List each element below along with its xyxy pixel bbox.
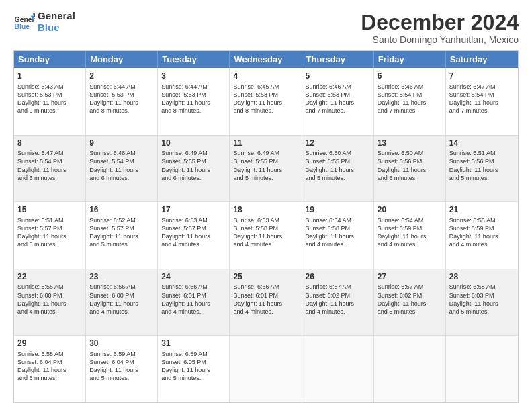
day-info: Sunrise: 6:57 AMSunset: 6:02 PMDaylight:…: [378, 283, 442, 316]
day-number: 4: [233, 71, 298, 82]
day-info: Sunrise: 6:49 AMSunset: 5:55 PMDaylight:…: [161, 149, 226, 182]
table-row: 5Sunrise: 6:46 AMSunset: 5:53 PMDaylight…: [302, 68, 374, 135]
day-info: Sunrise: 6:58 AMSunset: 6:04 PMDaylight:…: [17, 350, 82, 383]
day-info: Sunrise: 6:44 AMSunset: 5:53 PMDaylight:…: [89, 83, 154, 116]
table-row: 14Sunrise: 6:51 AMSunset: 5:56 PMDayligh…: [446, 136, 518, 202]
day-info: Sunrise: 6:55 AMSunset: 5:59 PMDaylight:…: [449, 216, 515, 249]
table-row: 28Sunrise: 6:58 AMSunset: 6:03 PMDayligh…: [446, 269, 518, 336]
table-row: 20Sunrise: 6:54 AMSunset: 5:59 PMDayligh…: [374, 202, 446, 269]
day-info: Sunrise: 6:52 AMSunset: 5:57 PMDaylight:…: [89, 216, 154, 249]
day-info: Sunrise: 6:55 AMSunset: 6:00 PMDaylight:…: [17, 283, 82, 316]
header-monday: Monday: [86, 51, 158, 68]
day-info: Sunrise: 6:56 AMSunset: 6:00 PMDaylight:…: [89, 283, 154, 316]
day-number: 31: [161, 338, 226, 349]
table-row: [446, 336, 518, 402]
calendar-row-3: 15Sunrise: 6:51 AMSunset: 5:57 PMDayligh…: [14, 201, 518, 269]
day-number: 1: [17, 71, 82, 82]
day-info: Sunrise: 6:48 AMSunset: 5:54 PMDaylight:…: [89, 149, 154, 182]
day-info: Sunrise: 6:47 AMSunset: 5:54 PMDaylight:…: [449, 83, 515, 116]
day-number: 28: [449, 272, 515, 283]
day-info: Sunrise: 6:53 AMSunset: 5:57 PMDaylight:…: [161, 216, 226, 249]
calendar-row-2: 8Sunrise: 6:47 AMSunset: 5:54 PMDaylight…: [14, 135, 518, 202]
table-row: 16Sunrise: 6:52 AMSunset: 5:57 PMDayligh…: [86, 202, 158, 269]
day-number: 14: [449, 138, 515, 149]
table-row: 13Sunrise: 6:50 AMSunset: 5:56 PMDayligh…: [374, 136, 446, 202]
header-saturday: Saturday: [446, 51, 518, 68]
day-info: Sunrise: 6:50 AMSunset: 5:56 PMDaylight:…: [378, 149, 442, 182]
day-number: 25: [233, 272, 298, 283]
day-number: 30: [89, 338, 154, 349]
svg-text:Blue: Blue: [15, 23, 30, 30]
day-number: 29: [17, 338, 82, 349]
day-number: 6: [378, 71, 442, 82]
day-info: Sunrise: 6:47 AMSunset: 5:54 PMDaylight:…: [17, 149, 82, 182]
header-sunday: Sunday: [14, 51, 86, 68]
day-number: 19: [306, 205, 370, 216]
day-number: 3: [161, 71, 226, 82]
day-number: 13: [378, 138, 442, 149]
day-info: Sunrise: 6:57 AMSunset: 6:02 PMDaylight:…: [306, 283, 370, 316]
day-info: Sunrise: 6:56 AMSunset: 6:01 PMDaylight:…: [161, 283, 226, 316]
calendar-body: 1Sunrise: 6:43 AMSunset: 5:53 PMDaylight…: [14, 68, 518, 402]
day-number: 20: [378, 205, 442, 216]
day-info: Sunrise: 6:50 AMSunset: 5:55 PMDaylight:…: [306, 149, 370, 182]
table-row: 8Sunrise: 6:47 AMSunset: 5:54 PMDaylight…: [14, 136, 86, 202]
logo-name: General Blue: [38, 11, 75, 33]
day-info: Sunrise: 6:51 AMSunset: 5:56 PMDaylight:…: [449, 149, 515, 182]
table-row: 25Sunrise: 6:56 AMSunset: 6:01 PMDayligh…: [230, 269, 302, 336]
day-number: 16: [89, 205, 154, 216]
table-row: 2Sunrise: 6:44 AMSunset: 5:53 PMDaylight…: [86, 68, 158, 135]
title-block: December 2024 Santo Domingo Yanhuitlan, …: [361, 11, 519, 45]
day-number: 2: [89, 71, 154, 82]
day-info: Sunrise: 6:44 AMSunset: 5:53 PMDaylight:…: [161, 83, 226, 116]
table-row: 19Sunrise: 6:54 AMSunset: 5:58 PMDayligh…: [302, 202, 374, 269]
subtitle: Santo Domingo Yanhuitlan, Mexico: [361, 34, 519, 45]
table-row: 18Sunrise: 6:53 AMSunset: 5:58 PMDayligh…: [230, 202, 302, 269]
day-number: 24: [161, 272, 226, 283]
day-info: Sunrise: 6:53 AMSunset: 5:58 PMDaylight:…: [233, 216, 298, 249]
logo: General Blue General Blue: [13, 11, 75, 33]
table-row: 4Sunrise: 6:45 AMSunset: 5:53 PMDaylight…: [230, 68, 302, 135]
table-row: [374, 336, 446, 402]
day-number: 22: [17, 272, 82, 283]
day-info: Sunrise: 6:59 AMSunset: 6:05 PMDaylight:…: [161, 350, 226, 383]
day-info: Sunrise: 6:56 AMSunset: 6:01 PMDaylight:…: [233, 283, 298, 316]
calendar-row-4: 22Sunrise: 6:55 AMSunset: 6:00 PMDayligh…: [14, 269, 518, 336]
day-number: 8: [17, 138, 82, 149]
day-number: 12: [306, 138, 370, 149]
header-friday: Friday: [374, 51, 446, 68]
table-row: [302, 336, 374, 402]
logo-icon: General Blue: [13, 11, 35, 33]
day-number: 18: [233, 205, 298, 216]
day-number: 27: [378, 272, 442, 283]
day-number: 21: [449, 205, 515, 216]
day-number: 5: [306, 71, 370, 82]
calendar-header: Sunday Monday Tuesday Wednesday Thursday…: [14, 51, 518, 68]
day-info: Sunrise: 6:54 AMSunset: 5:59 PMDaylight:…: [378, 216, 442, 249]
day-number: 26: [306, 272, 370, 283]
main-title: December 2024: [361, 11, 519, 34]
day-number: 7: [449, 71, 515, 82]
day-number: 9: [89, 138, 154, 149]
table-row: 31Sunrise: 6:59 AMSunset: 6:05 PMDayligh…: [158, 336, 230, 402]
day-info: Sunrise: 6:59 AMSunset: 6:04 PMDaylight:…: [89, 350, 154, 383]
header-wednesday: Wednesday: [230, 51, 302, 68]
table-row: 11Sunrise: 6:49 AMSunset: 5:55 PMDayligh…: [230, 136, 302, 202]
day-info: Sunrise: 6:46 AMSunset: 5:54 PMDaylight:…: [378, 83, 442, 116]
table-row: 26Sunrise: 6:57 AMSunset: 6:02 PMDayligh…: [302, 269, 374, 336]
table-row: 30Sunrise: 6:59 AMSunset: 6:04 PMDayligh…: [86, 336, 158, 402]
table-row: [230, 336, 302, 402]
table-row: 12Sunrise: 6:50 AMSunset: 5:55 PMDayligh…: [302, 136, 374, 202]
table-row: 15Sunrise: 6:51 AMSunset: 5:57 PMDayligh…: [14, 202, 86, 269]
calendar-row-1: 1Sunrise: 6:43 AMSunset: 5:53 PMDaylight…: [14, 68, 518, 135]
table-row: 10Sunrise: 6:49 AMSunset: 5:55 PMDayligh…: [158, 136, 230, 202]
table-row: 23Sunrise: 6:56 AMSunset: 6:00 PMDayligh…: [86, 269, 158, 336]
calendar: Sunday Monday Tuesday Wednesday Thursday…: [13, 50, 519, 403]
table-row: 22Sunrise: 6:55 AMSunset: 6:00 PMDayligh…: [14, 269, 86, 336]
table-row: 27Sunrise: 6:57 AMSunset: 6:02 PMDayligh…: [374, 269, 446, 336]
table-row: 6Sunrise: 6:46 AMSunset: 5:54 PMDaylight…: [374, 68, 446, 135]
table-row: 1Sunrise: 6:43 AMSunset: 5:53 PMDaylight…: [14, 68, 86, 135]
day-number: 10: [161, 138, 226, 149]
header-tuesday: Tuesday: [158, 51, 230, 68]
header-thursday: Thursday: [302, 51, 374, 68]
